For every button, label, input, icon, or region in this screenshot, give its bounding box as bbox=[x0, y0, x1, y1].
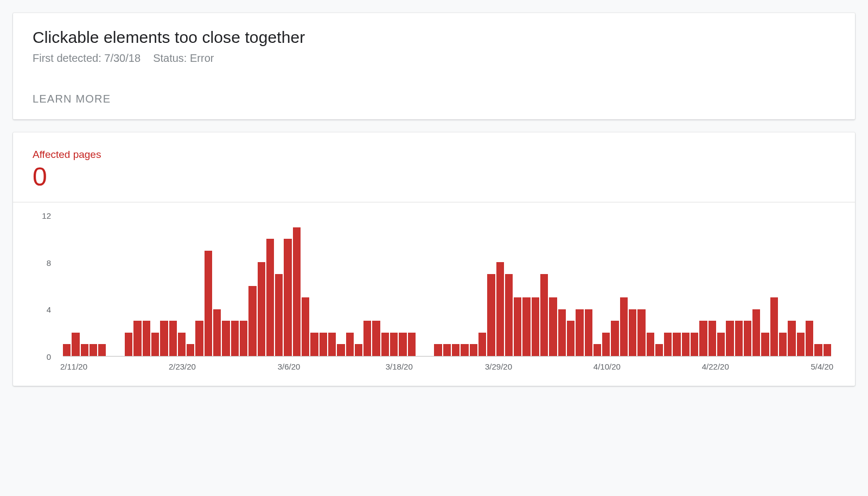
bar[interactable] bbox=[240, 321, 247, 356]
bar[interactable] bbox=[399, 333, 406, 356]
bar[interactable] bbox=[178, 333, 186, 356]
bar[interactable] bbox=[717, 333, 725, 356]
bar[interactable] bbox=[752, 309, 760, 356]
bar[interactable] bbox=[797, 333, 805, 356]
bar[interactable] bbox=[90, 344, 97, 356]
bar[interactable] bbox=[372, 321, 380, 356]
bar[interactable] bbox=[266, 239, 274, 356]
bar[interactable] bbox=[637, 309, 645, 356]
bar[interactable] bbox=[381, 333, 389, 356]
bar[interactable] bbox=[522, 297, 530, 356]
bar[interactable] bbox=[602, 333, 610, 356]
bar[interactable] bbox=[761, 333, 769, 356]
bar[interactable] bbox=[593, 344, 601, 356]
bar[interactable] bbox=[470, 344, 477, 356]
bar[interactable] bbox=[461, 344, 468, 356]
bar-chart: 04812 2/11/202/23/203/6/203/18/203/29/20… bbox=[33, 215, 835, 373]
bar[interactable] bbox=[558, 309, 566, 356]
bar[interactable] bbox=[709, 321, 716, 356]
x-tick: 4/10/20 bbox=[593, 362, 621, 371]
y-tick: 12 bbox=[42, 211, 51, 220]
bar[interactable] bbox=[567, 321, 575, 356]
bar[interactable] bbox=[699, 321, 707, 356]
bar[interactable] bbox=[284, 239, 291, 356]
bar[interactable] bbox=[611, 321, 618, 356]
issue-meta-row: First detected: 7/30/18 Status: Error bbox=[33, 52, 835, 65]
bar[interactable] bbox=[514, 297, 521, 356]
bar[interactable] bbox=[505, 274, 513, 356]
bar[interactable] bbox=[549, 297, 557, 356]
bar[interactable] bbox=[408, 333, 416, 356]
bar[interactable] bbox=[664, 333, 672, 356]
bar[interactable] bbox=[673, 333, 680, 356]
bar[interactable] bbox=[293, 227, 301, 356]
bar[interactable] bbox=[248, 286, 256, 357]
bar[interactable] bbox=[328, 333, 336, 356]
first-detected-value: 7/30/18 bbox=[104, 52, 141, 64]
bar[interactable] bbox=[452, 344, 459, 356]
bar[interactable] bbox=[187, 344, 194, 356]
bar[interactable] bbox=[806, 321, 813, 356]
bar[interactable] bbox=[302, 297, 309, 356]
bar[interactable] bbox=[213, 309, 221, 356]
bar[interactable] bbox=[691, 333, 698, 356]
y-axis-ticks: 04812 bbox=[33, 215, 54, 357]
bar[interactable] bbox=[320, 333, 327, 356]
x-tick: 4/22/20 bbox=[702, 362, 729, 371]
bar[interactable] bbox=[629, 309, 636, 356]
bar[interactable] bbox=[195, 321, 203, 356]
bar[interactable] bbox=[72, 333, 79, 356]
bar[interactable] bbox=[814, 344, 822, 356]
bar[interactable] bbox=[169, 321, 177, 356]
bar[interactable] bbox=[363, 321, 371, 356]
affected-pages-label: Affected pages bbox=[33, 149, 835, 161]
bar[interactable] bbox=[620, 297, 628, 356]
bar[interactable] bbox=[81, 344, 88, 356]
bar[interactable] bbox=[726, 321, 733, 356]
affected-pages-card: Affected pages 0 04812 2/11/202/23/203/6… bbox=[13, 132, 855, 386]
bar[interactable] bbox=[443, 344, 451, 356]
bar[interactable] bbox=[205, 251, 212, 356]
bar[interactable] bbox=[337, 344, 344, 356]
bar[interactable] bbox=[310, 333, 318, 356]
bar[interactable] bbox=[585, 309, 592, 356]
bar[interactable] bbox=[98, 344, 106, 356]
learn-more-link[interactable]: LEARN MORE bbox=[33, 93, 111, 105]
bar[interactable] bbox=[647, 333, 654, 356]
bar[interactable] bbox=[496, 262, 504, 356]
bar[interactable] bbox=[125, 333, 132, 356]
bar[interactable] bbox=[779, 333, 787, 356]
bar[interactable] bbox=[355, 344, 362, 356]
bar[interactable] bbox=[231, 321, 239, 356]
bar[interactable] bbox=[160, 321, 168, 356]
bar[interactable] bbox=[682, 333, 690, 356]
bar[interactable] bbox=[487, 274, 495, 356]
bar[interactable] bbox=[540, 274, 548, 356]
bar[interactable] bbox=[151, 333, 159, 356]
bar[interactable] bbox=[390, 333, 398, 356]
bar[interactable] bbox=[744, 321, 751, 356]
affected-pages-value: 0 bbox=[33, 164, 835, 190]
bar[interactable] bbox=[222, 321, 229, 356]
bar[interactable] bbox=[258, 262, 265, 356]
bar[interactable] bbox=[655, 344, 663, 356]
first-detected-label: First detected: bbox=[33, 52, 101, 64]
bar[interactable] bbox=[63, 344, 71, 356]
y-tick: 4 bbox=[47, 305, 51, 314]
x-tick: 2/11/20 bbox=[60, 362, 87, 371]
bar[interactable] bbox=[576, 309, 583, 356]
bar[interactable] bbox=[478, 333, 486, 356]
bar[interactable] bbox=[735, 321, 743, 356]
bar[interactable] bbox=[770, 297, 778, 356]
bar[interactable] bbox=[434, 344, 442, 356]
bar[interactable] bbox=[143, 321, 150, 356]
bar[interactable] bbox=[275, 274, 283, 356]
bar[interactable] bbox=[532, 297, 539, 356]
bar[interactable] bbox=[788, 321, 795, 356]
bar[interactable] bbox=[346, 333, 354, 356]
bar[interactable] bbox=[133, 321, 141, 356]
issue-title: Clickable elements too close together bbox=[33, 28, 835, 47]
bar[interactable] bbox=[824, 344, 831, 356]
x-tick: 5/4/20 bbox=[811, 362, 834, 371]
bars-container bbox=[63, 215, 831, 356]
